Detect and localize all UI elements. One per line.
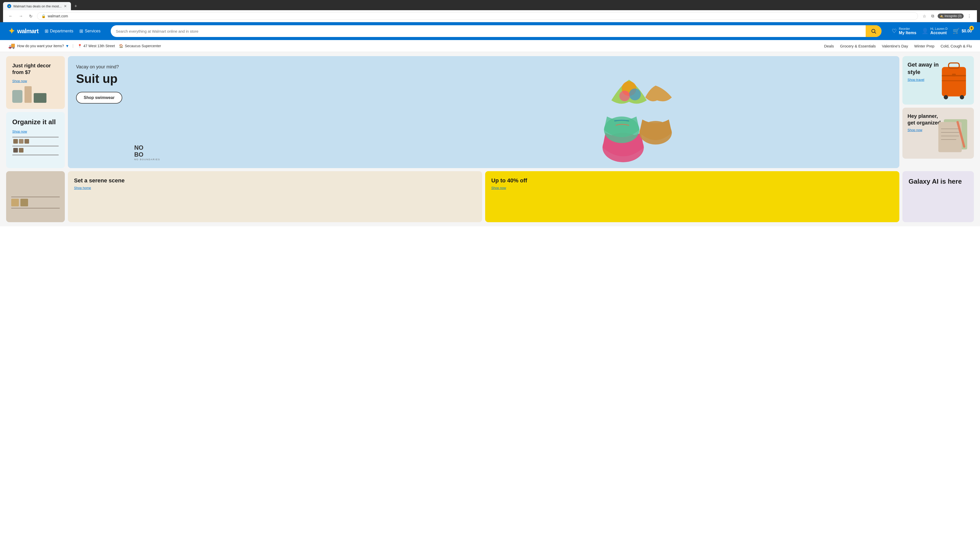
browser-chrome: ★ Walmart has deals on the most... ✕ + ←… [0, 0, 980, 22]
account-large-text: Account [931, 30, 948, 35]
delivery-selector[interactable]: 🚚 How do you want your items? ▾ [8, 43, 68, 49]
decor-item-vessel [34, 93, 46, 103]
hero-title: Suit up [76, 72, 122, 86]
url-text: walmart.com [48, 14, 68, 18]
brand-logo: NO BO NO BOUNDARIES [134, 144, 160, 161]
account-icon: 👤 [921, 28, 928, 35]
shelved-items [11, 199, 60, 206]
nav-item-winter[interactable]: Winter Prep [914, 44, 934, 48]
delivery-truck-icon: 🚚 [8, 43, 15, 49]
back-button[interactable]: ← [7, 13, 14, 19]
svg-rect-8 [942, 67, 966, 97]
scene-shop-link[interactable]: Shop home [74, 186, 476, 190]
shoe-row-1 [12, 139, 59, 144]
travel-card-title: Get away in style [907, 61, 941, 76]
scene-card-title: Set a serene scene [74, 177, 476, 184]
basket-item [21, 199, 28, 206]
delivery-dropdown-icon: ▾ [66, 43, 68, 49]
header-actions: ♡ Reorder My Items 👤 Hi, Lauren D Accoun… [892, 27, 972, 35]
heart-icon: ♡ [892, 28, 897, 35]
cart-button[interactable]: 🛒 0 $0.00 [953, 28, 972, 35]
nav-item-grocery[interactable]: Grocery & Essentials [840, 44, 876, 48]
decor-items-visual [12, 86, 59, 103]
reorder-large-text: My Items [899, 30, 916, 35]
organize-bottom-content [11, 197, 60, 208]
discount-shop-link[interactable]: Shop now [491, 186, 893, 190]
account-button[interactable]: 👤 Hi, Lauren D Account [921, 27, 948, 35]
store-info[interactable]: 🏠 Secaucus Supercenter [119, 44, 161, 48]
hero-banner: Vacay on your mind? Suit up Shop swimwea… [68, 56, 899, 168]
organize-card: Organize it all Shop now [6, 112, 65, 168]
shelf-2 [12, 146, 59, 146]
discount-card: Up to 40% off Shop now [485, 171, 899, 222]
svg-rect-11 [942, 80, 966, 81]
forward-button[interactable]: → [18, 13, 24, 19]
shoe-row-2 [12, 148, 59, 153]
refresh-button[interactable]: ↻ [27, 13, 34, 20]
planner-visual [935, 115, 971, 156]
walmart-header: ✦ walmart ⊞ Departments ⊞ Services ♡ Reo… [0, 22, 980, 40]
organize-shop-link[interactable]: Shop now [12, 130, 27, 133]
walmart-spark-icon: ✦ [8, 26, 15, 36]
nav-item-valentines[interactable]: Valentine's Day [882, 44, 908, 48]
hero-text-area: Vacay on your mind? Suit up Shop swimwea… [76, 64, 122, 103]
planner-card: Hey planner, get organized Shop now [902, 108, 974, 159]
departments-grid-icon: ⊞ [45, 28, 48, 34]
store-name: Secaucus Supercenter [125, 44, 161, 48]
decor-card: Just right decor from $7 Shop now [6, 56, 65, 109]
search-button[interactable] [865, 25, 881, 37]
departments-nav[interactable]: ⊞ Departments [45, 28, 73, 34]
services-label: Services [85, 29, 100, 33]
hero-subtitle: Vacay on your mind? [76, 64, 122, 70]
cart-badge: 0 [969, 26, 974, 30]
notebook-svg [935, 115, 971, 156]
delivery-label: How do you want your items? [17, 44, 64, 48]
reorder-button[interactable]: ♡ Reorder My Items [892, 27, 916, 35]
shoe-item [19, 139, 24, 144]
active-tab[interactable]: ★ Walmart has deals on the most... ✕ [3, 2, 71, 10]
tab-close-button[interactable]: ✕ [64, 4, 67, 8]
tab-favicon: ★ [7, 4, 11, 8]
services-nav[interactable]: ⊞ Services [80, 28, 100, 34]
svg-rect-14 [952, 74, 956, 76]
separator: | [73, 44, 73, 48]
discount-card-title: Up to 40% off [491, 177, 893, 184]
shelf-visual [11, 197, 60, 197]
shoe-item [13, 148, 18, 152]
new-tab-button[interactable]: + [73, 3, 80, 10]
tab-bar: ★ Walmart has deals on the most... ✕ + [3, 2, 977, 10]
svg-point-4 [629, 89, 641, 100]
decor-shop-link[interactable]: Shop now [12, 79, 27, 83]
account-small-text: Hi, Lauren D [931, 27, 948, 30]
address-info[interactable]: 📍 47 West 13th Street [78, 44, 115, 48]
reorder-small-text: Reorder [899, 27, 916, 30]
swimwear-illustration [359, 56, 899, 168]
tab-title: Walmart has deals on the most... [13, 4, 62, 8]
scene-card: Set a serene scene Shop home [68, 171, 482, 222]
bookmark-button[interactable]: ☆ [921, 13, 928, 20]
brand-sub-text: NO BOUNDARIES [134, 159, 160, 161]
shoe-item [19, 148, 24, 152]
hero-cta-button[interactable]: Shop swimwear [76, 92, 122, 103]
search-input[interactable] [111, 26, 865, 37]
menu-button[interactable]: ⋮ [966, 13, 973, 20]
decor-item-1 [12, 90, 22, 103]
incognito-badge: 🕵 Incognito (3) [938, 14, 964, 19]
galaxy-card: Galaxy AI is here [902, 171, 974, 222]
address-text: 47 West 13th Street [83, 44, 115, 48]
main-content: Just right decor from $7 Shop now Organi… [0, 52, 980, 226]
split-view-button[interactable]: ⧉ [930, 13, 935, 19]
nav-item-cold[interactable]: Cold, Cough & Flu [940, 44, 972, 48]
subheader: 🚚 How do you want your items? ▾ | 📍 47 W… [0, 40, 980, 52]
nav-item-deals[interactable]: Deals [824, 44, 834, 48]
svg-point-0 [872, 29, 875, 33]
svg-point-13 [960, 95, 964, 100]
svg-line-1 [875, 32, 876, 33]
shoe-item [24, 139, 29, 144]
walmart-logo[interactable]: ✦ walmart [8, 26, 38, 36]
url-bar[interactable]: 🔒 walmart.com [37, 12, 918, 20]
galaxy-card-title: Galaxy AI is here [908, 177, 968, 186]
travel-card: Get away in style Shop travel [902, 56, 974, 105]
search-bar [111, 25, 881, 37]
decor-card-title: Just right decor from $7 [12, 62, 59, 76]
